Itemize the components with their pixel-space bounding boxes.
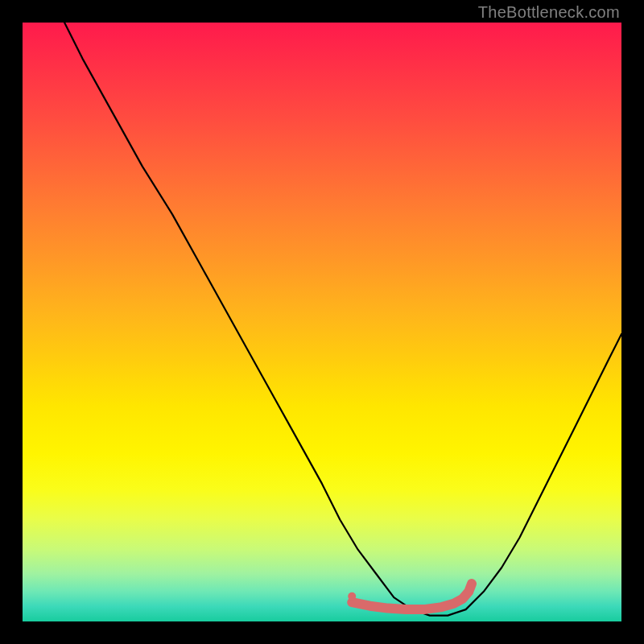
bottleneck-curve: [64, 23, 621, 616]
watermark-text: TheBottleneck.com: [478, 3, 620, 22]
highlight-start-dot: [348, 592, 356, 601]
plot-svg: [23, 23, 621, 621]
plot-area: [23, 23, 621, 621]
highlight-segment: [352, 584, 472, 609]
chart-frame: TheBottleneck.com: [0, 0, 644, 644]
